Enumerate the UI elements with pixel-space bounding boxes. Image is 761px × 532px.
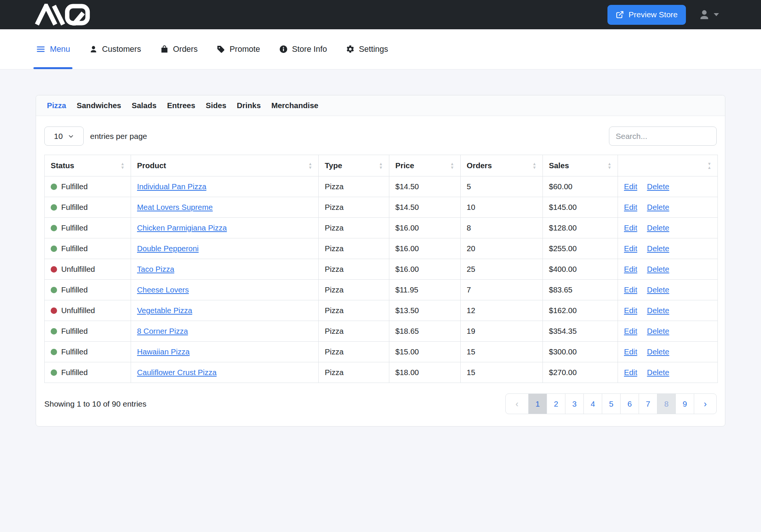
product-cell: Taco Pizza <box>131 259 319 280</box>
product-link[interactable]: 8 Corner Pizza <box>137 327 188 335</box>
delete-link[interactable]: Delete <box>647 223 669 232</box>
product-link[interactable]: Individual Pan Pizza <box>137 182 206 191</box>
status-dot-icon <box>51 246 57 252</box>
sort-arrows-icon[interactable]: ▲▼ <box>308 162 312 169</box>
type-cell: Pizza <box>319 321 389 342</box>
nav-item-promote[interactable]: Promote <box>216 29 260 69</box>
sales-cell: $255.00 <box>543 238 618 259</box>
edit-link[interactable]: Edit <box>624 203 637 211</box>
actions-cell: EditDelete <box>618 300 718 321</box>
product-link[interactable]: Cheese Lovers <box>137 285 189 294</box>
sort-arrows-icon[interactable]: ▲▼ <box>532 162 536 169</box>
external-link-icon <box>616 11 624 19</box>
status-dot-icon <box>51 369 57 376</box>
column-header-actions[interactable]: ▼▲ <box>618 155 718 176</box>
pagination-page-3[interactable]: 3 <box>565 394 583 414</box>
user-account-menu[interactable] <box>698 8 719 21</box>
gear-icon <box>346 45 355 54</box>
tab-merchandise[interactable]: Merchandise <box>271 101 318 110</box>
column-header-sales[interactable]: Sales▲▼ <box>543 155 618 176</box>
pagination-page-9[interactable]: 9 <box>675 394 694 414</box>
pagination-page-7[interactable]: 7 <box>639 394 657 414</box>
column-header-price[interactable]: Price▲▼ <box>389 155 461 176</box>
sales-cell: $145.00 <box>543 197 618 218</box>
sales-cell: $162.00 <box>543 300 618 321</box>
edit-link[interactable]: Edit <box>624 327 637 335</box>
edit-link[interactable]: Edit <box>624 265 637 273</box>
chevron-down-icon <box>714 13 719 16</box>
brand-logo <box>33 4 94 26</box>
delete-link[interactable]: Delete <box>647 182 669 191</box>
product-link[interactable]: Double Pepperoni <box>137 244 199 253</box>
sort-arrows-icon[interactable]: ▲▼ <box>450 162 454 169</box>
edit-link[interactable]: Edit <box>624 368 637 377</box>
nav-item-customers[interactable]: Customers <box>89 29 141 69</box>
page-size-select[interactable]: 10 <box>44 127 84 146</box>
price-cell: $16.00 <box>389 218 461 238</box>
delete-link[interactable]: Delete <box>647 244 669 253</box>
product-link[interactable]: Chicken Parmigiana Pizza <box>137 223 227 232</box>
status-dot-icon <box>51 204 57 211</box>
preview-store-button[interactable]: Preview Store <box>607 5 686 25</box>
tab-drinks[interactable]: Drinks <box>237 101 261 110</box>
nav-item-orders[interactable]: Orders <box>160 29 198 69</box>
nav-item-menu[interactable]: Menu <box>36 29 70 69</box>
column-header-orders[interactable]: Orders▲▼ <box>461 155 543 176</box>
delete-link[interactable]: Delete <box>647 203 669 211</box>
edit-link[interactable]: Edit <box>624 347 637 356</box>
pagination-page-2[interactable]: 2 <box>547 394 565 414</box>
column-header-product[interactable]: Product▲▼ <box>131 155 319 176</box>
orders-cell: 8 <box>461 218 543 238</box>
pagination-page-8[interactable]: 8 <box>657 394 675 414</box>
tab-pizza[interactable]: Pizza <box>47 101 66 110</box>
pagination-page-4[interactable]: 4 <box>583 394 602 414</box>
tab-sandwiches[interactable]: Sandwiches <box>77 101 121 110</box>
tab-entrees[interactable]: Entrees <box>167 101 195 110</box>
sort-arrows-icon[interactable]: ▲▼ <box>607 162 612 169</box>
edit-link[interactable]: Edit <box>624 182 637 191</box>
delete-link[interactable]: Delete <box>647 327 669 335</box>
delete-link[interactable]: Delete <box>647 347 669 356</box>
orders-cell: 12 <box>461 300 543 321</box>
sort-arrows-icon[interactable]: ▲▼ <box>379 162 383 169</box>
sort-arrows-icon[interactable]: ▲▼ <box>121 162 125 169</box>
pagination-prev-button[interactable]: ‹ <box>506 394 528 414</box>
sort-arrows-icon[interactable]: ▼▲ <box>707 162 711 169</box>
edit-link[interactable]: Edit <box>624 306 637 315</box>
delete-link[interactable]: Delete <box>647 368 669 377</box>
delete-link[interactable]: Delete <box>647 285 669 294</box>
pagination-page-6[interactable]: 6 <box>620 394 639 414</box>
page-size-value: 10 <box>54 132 63 141</box>
column-header-type[interactable]: Type▲▼ <box>319 155 389 176</box>
product-cell: Cheese Lovers <box>131 280 319 300</box>
edit-link[interactable]: Edit <box>624 223 637 232</box>
edit-link[interactable]: Edit <box>624 285 637 294</box>
products-table: Status▲▼Product▲▼Type▲▼Price▲▼Orders▲▼Sa… <box>44 155 718 383</box>
tab-sides[interactable]: Sides <box>206 101 226 110</box>
column-header-status[interactable]: Status▲▼ <box>45 155 131 176</box>
column-label: Sales <box>549 161 569 170</box>
search-input[interactable] <box>609 127 717 146</box>
nav-item-settings[interactable]: Settings <box>346 29 388 69</box>
actions-cell: EditDelete <box>618 321 718 342</box>
product-link[interactable]: Vegetable Pizza <box>137 306 192 315</box>
tab-salads[interactable]: Salads <box>132 101 157 110</box>
delete-link[interactable]: Delete <box>647 265 669 273</box>
edit-link[interactable]: Edit <box>624 244 637 253</box>
price-cell: $18.00 <box>389 362 461 383</box>
product-link[interactable]: Cauliflower Crust Pizza <box>137 368 217 377</box>
main-navigation: Menu Customers Orders Promote Store Info… <box>0 29 761 69</box>
nav-item-store-info[interactable]: Store Info <box>279 29 327 69</box>
actions-cell: EditDelete <box>618 342 718 362</box>
table-row: Unfulfilled Vegetable Pizza Pizza $13.50… <box>45 300 718 321</box>
pagination-next-button[interactable]: › <box>694 394 716 414</box>
product-link[interactable]: Meat Lovers Supreme <box>137 203 213 211</box>
product-link[interactable]: Hawaiian Pizza <box>137 347 190 356</box>
orders-cell: 15 <box>461 342 543 362</box>
menu-items-card: PizzaSandwichesSaladsEntreesSidesDrinksM… <box>36 95 725 427</box>
pagination-page-1[interactable]: 1 <box>528 394 547 414</box>
product-link[interactable]: Taco Pizza <box>137 265 174 273</box>
pagination-page-5[interactable]: 5 <box>602 394 620 414</box>
orders-cell: 25 <box>461 259 543 280</box>
delete-link[interactable]: Delete <box>647 306 669 315</box>
